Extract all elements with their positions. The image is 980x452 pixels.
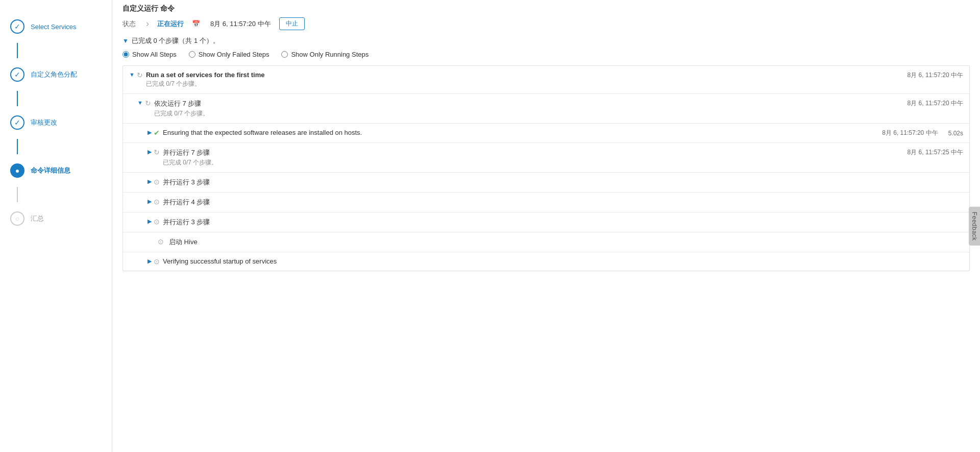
radio-all-steps[interactable]: Show All Steps [122, 51, 177, 58]
spinner-icon: ↻ [145, 99, 151, 107]
spinner-icon: ↻ [154, 148, 160, 156]
step-time: 8月 6, 11:57:20 中午 [908, 71, 963, 80]
radio-all-steps-label: Show All Steps [132, 51, 177, 58]
table-row: ▶ ⊙ Verifying successful startup of serv… [123, 252, 969, 271]
chevron-icon[interactable]: ▶ [148, 129, 152, 136]
step-title: 并行运行 3 步骤 [163, 178, 963, 187]
step-meta: 8月 6, 11:57:20 中午 5.02s [882, 129, 963, 137]
steps-section: ▼ 已完成 0 个步骤（共 1 个）。 Show All Steps Show … [112, 30, 980, 271]
step-title: 依次运行 7 步骤 [154, 99, 908, 108]
step-content: 并行运行 3 步骤 [163, 218, 963, 227]
step-content: Ensuring that the expected software rele… [163, 129, 882, 136]
chevron-icon[interactable]: ▶ [148, 149, 152, 155]
step-content: Run a set of services for the first time… [146, 71, 908, 88]
step-meta: 8月 6, 11:57:20 中午 [908, 99, 963, 108]
page-title: 自定义运行 命令 [122, 4, 970, 13]
main-content: 自定义运行 命令 状态 › 正在运行 📅 8月 6, 11:57:20 中午 中… [112, 0, 980, 452]
step-meta: 8月 6, 11:57:25 中午 [908, 148, 963, 157]
step-circle-select-services: ✓ [10, 19, 24, 34]
step-title: Run a set of services for the first time [146, 71, 908, 79]
top-section: 自定义运行 命令 状态 › 正在运行 📅 8月 6, 11:57:20 中午 中… [112, 0, 980, 30]
table-row: ▶ ⊙ 并行运行 3 步骤 [123, 173, 969, 193]
radio-all-steps-input[interactable] [122, 51, 129, 58]
spinner-icon: ↻ [137, 71, 143, 79]
connector-1 [17, 43, 18, 58]
pending-icon: ⊙ [158, 237, 164, 246]
table-row: ▶ ✔ Ensuring that the expected software … [123, 124, 969, 143]
radio-running-steps-input[interactable] [281, 51, 288, 58]
connector-2 [17, 91, 18, 106]
sidebar-item-select-services[interactable]: ✓ Select Services [0, 10, 112, 43]
chevron-icon[interactable]: ▼ [137, 100, 143, 106]
step-title: 启动 Hive [169, 237, 963, 247]
step-content: 并行运行 4 步骤 [163, 198, 963, 207]
sidebar-item-command-detail[interactable]: ● 命令详细信息 [0, 154, 112, 187]
step-content: 依次运行 7 步骤 已完成 0/7 个步骤。 [154, 99, 908, 118]
sidebar-item-review[interactable]: ✓ 审核更改 [0, 106, 112, 139]
step-circle-summary: ○ [10, 211, 24, 226]
chevron-icon[interactable]: ▶ [148, 198, 152, 205]
chevron-icon[interactable]: ▶ [148, 258, 152, 265]
stop-button[interactable]: 中止 [279, 17, 305, 30]
table-row: ▶ ⊙ 并行运行 3 步骤 [123, 212, 969, 232]
sidebar-item-label-2: 自定义角色分配 [31, 70, 77, 79]
step-title: 并行运行 3 步骤 [163, 218, 963, 227]
radio-running-steps[interactable]: Show Only Running Steps [281, 51, 369, 58]
step-time: 8月 6, 11:57:25 中午 [908, 148, 963, 157]
sidebar-item-custom-role[interactable]: ✓ 自定义角色分配 [0, 58, 112, 91]
table-row: ▼ ↻ Run a set of services for the first … [123, 66, 969, 94]
status-label: 状态 [122, 19, 136, 29]
step-subtitle: 已完成 0/7 个步骤。 [163, 158, 908, 167]
pending-icon: ⊙ [154, 257, 160, 266]
success-icon: ✔ [154, 129, 160, 137]
chevron-icon[interactable]: ▶ [148, 218, 152, 225]
calendar-icon: 📅 [192, 20, 200, 28]
arrow-icon: › [146, 18, 149, 29]
pending-icon: ⊙ [154, 178, 160, 186]
connector-4 [17, 187, 18, 202]
step-content: Verifying successful startup of services [163, 257, 963, 265]
radio-running-steps-label: Show Only Running Steps [291, 51, 369, 58]
radio-failed-steps-input[interactable] [189, 51, 195, 58]
step-title: 并行运行 4 步骤 [163, 198, 963, 207]
step-content: 启动 Hive [169, 237, 963, 247]
chevron-icon[interactable]: ▶ [148, 178, 152, 185]
step-title: Verifying successful startup of services [163, 257, 963, 265]
sidebar-item-label-3: 审核更改 [31, 118, 57, 127]
sidebar-item-label-4: 命令详细信息 [31, 166, 70, 175]
step-content: 并行运行 7 步骤 已完成 0/7 个步骤。 [163, 148, 908, 167]
step-title: 并行运行 7 步骤 [163, 148, 908, 157]
step-circle-review: ✓ [10, 115, 24, 130]
table-row: ▼ ↻ 依次运行 7 步骤 已完成 0/7 个步骤。 8月 6, 11:57:2… [123, 94, 969, 124]
feedback-tab[interactable]: Feedback [969, 206, 980, 246]
steps-table: ▼ ↻ Run a set of services for the first … [122, 65, 970, 271]
sidebar-item-label-5: 汇总 [31, 214, 44, 223]
chevron-icon[interactable]: ▼ [129, 72, 135, 78]
step-subtitle: 已完成 0/7 个步骤。 [146, 80, 908, 88]
step-meta: 8月 6, 11:57:20 中午 [908, 71, 963, 80]
table-row: ▶ ↻ 并行运行 7 步骤 已完成 0/7 个步骤。 8月 6, 11:57:2… [123, 143, 969, 173]
sidebar-item-summary[interactable]: ○ 汇总 [0, 202, 112, 235]
step-circle-command: ● [10, 163, 24, 178]
radio-group: Show All Steps Show Only Failed Steps Sh… [122, 51, 970, 58]
sidebar-item-label: Select Services [31, 23, 77, 31]
collapse-icon[interactable]: ▼ [122, 37, 129, 44]
step-time: 8月 6, 11:57:20 中午 [882, 129, 938, 137]
radio-failed-steps-label: Show Only Failed Steps [199, 51, 270, 58]
connector-3 [17, 139, 18, 154]
pending-icon: ⊙ [154, 218, 160, 226]
table-row: ⊙ 启动 Hive [123, 232, 969, 252]
status-value: 正在运行 [157, 19, 184, 29]
pending-icon: ⊙ [154, 198, 160, 206]
step-circle-custom-role: ✓ [10, 67, 24, 82]
table-row: ▶ ⊙ 并行运行 4 步骤 [123, 193, 969, 212]
steps-summary-text: 已完成 0 个步骤（共 1 个）。 [132, 36, 219, 45]
step-subtitle: 已完成 0/7 个步骤。 [154, 109, 908, 118]
step-content: 并行运行 3 步骤 [163, 178, 963, 187]
date-text: 8月 6, 11:57:20 中午 [210, 19, 271, 29]
radio-failed-steps[interactable]: Show Only Failed Steps [189, 51, 270, 58]
step-title: Ensuring that the expected software rele… [163, 129, 882, 136]
sidebar: ✓ Select Services ✓ 自定义角色分配 ✓ 审核更改 ● 命令详… [0, 0, 112, 452]
status-row: 状态 › 正在运行 📅 8月 6, 11:57:20 中午 中止 [122, 17, 970, 30]
steps-summary: ▼ 已完成 0 个步骤（共 1 个）。 [122, 36, 970, 45]
